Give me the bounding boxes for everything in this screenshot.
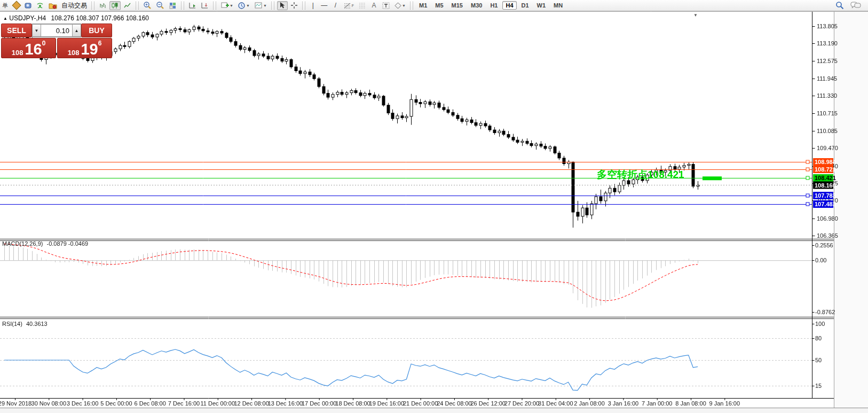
auto-trading-label: 自动交易 — [61, 1, 87, 10]
new-chart-button[interactable]: ▼ — [219, 1, 235, 10]
buy-price-handle: 108 — [68, 49, 80, 56]
timeframe-M30[interactable]: M30 — [468, 1, 485, 10]
sell-price-point: 0 — [42, 40, 46, 47]
line-chart-icon[interactable] — [122, 1, 133, 10]
candlestick-chart-icon[interactable] — [109, 1, 121, 10]
toolbar-gripper[interactable] — [213, 2, 216, 10]
chevron-down-icon: ▼ — [230, 4, 233, 7]
history-center-icon[interactable] — [22, 1, 34, 10]
rsi-indicator-label: RSI(14) 40.3613 — [2, 321, 48, 327]
macd-name: MACD(12,26,9) — [2, 240, 43, 247]
grid-tool[interactable] — [357, 1, 368, 10]
volume-decrease-button[interactable]: ▼ — [32, 24, 41, 37]
vertical-line-tool[interactable]: | — [308, 1, 318, 10]
toolbar-gripper[interactable] — [410, 2, 413, 10]
signal-broadcast-icon[interactable] — [35, 1, 46, 10]
symbol-period-label: USDJPY-,H4 — [9, 14, 46, 22]
new-order-label: 单 — [2, 2, 8, 10]
shapes-tool[interactable]: ▼ — [393, 1, 407, 10]
search-icon[interactable] — [834, 1, 846, 10]
zoom-in-icon[interactable] — [141, 1, 153, 10]
crosshair-tool-icon[interactable] — [289, 1, 299, 10]
horizontal-line-tool[interactable]: — — [319, 1, 329, 10]
chart-title: ▲ USDJPY-,H4 108.276 108.307 107.966 108… — [3, 14, 149, 22]
fibonacci-tool[interactable]: F — [342, 1, 356, 10]
cursor-tool-icon[interactable] — [277, 1, 288, 10]
chart-shift-icon[interactable] — [199, 1, 210, 10]
vline-glyph: | — [312, 2, 314, 9]
sell-price-display[interactable]: 108 16 0 — [1, 38, 56, 58]
rsi-name: RSI(14) — [2, 321, 22, 327]
toolbar-gripper[interactable] — [91, 2, 94, 10]
price-chart-canvas[interactable] — [0, 0, 868, 413]
timeframe-M1[interactable]: M1 — [416, 1, 430, 10]
templates-button[interactable]: ▼ — [252, 1, 269, 10]
buy-price-display[interactable]: 108 19 6 — [57, 38, 112, 58]
timeframe-W1[interactable]: W1 — [534, 1, 549, 10]
new-order-button[interactable]: 单 — [0, 1, 10, 10]
top-toolbar: 单 自动交易 ▼ ▼ ▼ | — / F A ▼ M1M5M15M30H1H4D… — [0, 0, 868, 11]
symbol-marker-icon: ▲ — [3, 16, 7, 21]
tline-glyph: / — [335, 2, 336, 9]
gold-gem-icon[interactable] — [11, 1, 21, 10]
text-label-tool[interactable] — [380, 1, 392, 10]
sell-price-pips: 16 — [25, 43, 42, 56]
volume-increase-button[interactable]: ▲ — [72, 24, 81, 37]
turning-point-annotation[interactable]: 多空转折点108.421 — [597, 168, 684, 182]
bar-chart-icon[interactable] — [97, 1, 108, 10]
text-tool-label: A — [372, 2, 376, 9]
sell-price-handle: 108 — [12, 49, 23, 56]
auto-scroll-icon[interactable] — [187, 1, 198, 10]
timeframe-H1[interactable]: H1 — [487, 1, 501, 10]
toolbar-gripper[interactable] — [271, 2, 274, 10]
chevron-down-icon: ▼ — [246, 4, 250, 7]
one-click-trading-panel: SELL ▼ ▲ BUY 108 16 0 108 19 6 — [1, 24, 112, 58]
chevron-down-icon: ▼ — [402, 4, 406, 7]
toolbar-right-group — [834, 1, 866, 10]
volume-stepper: ▼ ▲ — [32, 24, 81, 37]
timeframe-H4[interactable]: H4 — [502, 1, 516, 10]
toolbar-gripper[interactable] — [181, 2, 184, 10]
ohlc-values: 108.276 108.307 107.966 108.160 — [51, 14, 149, 22]
buy-price-pips: 19 — [81, 43, 98, 56]
rsi-value: 40.3613 — [26, 321, 48, 327]
period-clock-button[interactable]: ▼ — [236, 1, 251, 10]
chat-icon[interactable] — [849, 1, 863, 10]
timeframe-buttons: M1M5M15M30H1H4D1W1MN — [416, 1, 566, 10]
triangle-up-icon: ▲ — [75, 28, 79, 33]
macd-values: -0.0879 -0.0469 — [46, 240, 88, 247]
triangle-down-icon: ▼ — [35, 28, 39, 33]
timeframe-D1[interactable]: D1 — [518, 1, 532, 10]
volume-input[interactable] — [41, 24, 72, 37]
timeframe-M15[interactable]: M15 — [448, 1, 466, 10]
timeframe-MN[interactable]: MN — [550, 1, 566, 10]
macd-indicator-label: MACD(12,26,9) -0.0879 -0.0469 — [2, 240, 88, 247]
chart-menu-caret-icon[interactable]: ▼ — [693, 13, 698, 18]
toolbar-gripper[interactable] — [302, 2, 305, 10]
sell-button[interactable]: SELL — [1, 24, 32, 37]
mql-folder-icon[interactable] — [47, 1, 59, 10]
trendline-tool[interactable]: / — [330, 1, 341, 10]
hline-glyph: — — [321, 2, 327, 9]
buy-price-point: 6 — [98, 40, 102, 47]
fibo-sub-label: F — [352, 4, 354, 7]
chevron-down-icon: ▼ — [263, 4, 267, 7]
buy-button[interactable]: BUY — [81, 24, 112, 37]
text-tool[interactable]: A — [369, 1, 379, 10]
auto-trading-button[interactable]: 自动交易 — [60, 1, 89, 10]
timeframe-M5[interactable]: M5 — [432, 1, 446, 10]
toolbar-gripper[interactable] — [136, 2, 139, 10]
tile-windows-icon[interactable] — [167, 1, 178, 10]
zoom-out-icon[interactable] — [154, 1, 166, 10]
